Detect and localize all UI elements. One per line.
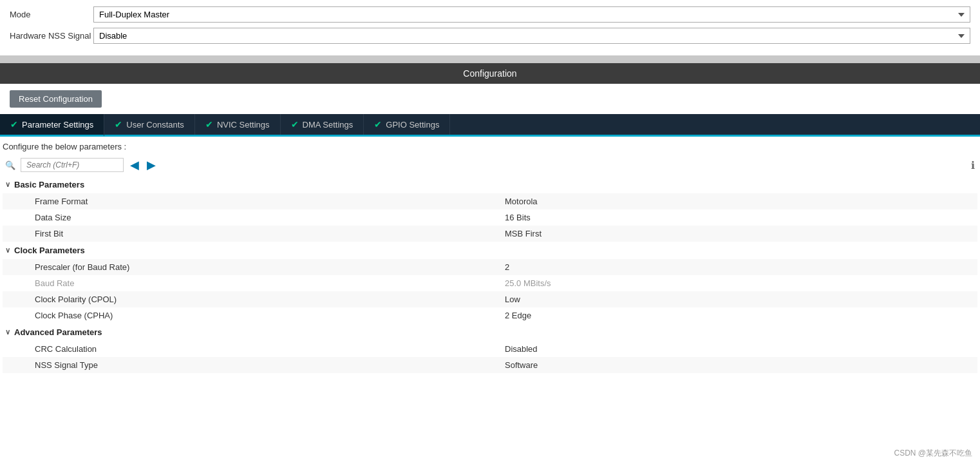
- search-input[interactable]: [21, 158, 124, 172]
- chevron-advanced-parameters: ∨: [5, 328, 10, 336]
- param-name-prescaler: Prescaler (for Baud Rate): [35, 262, 505, 272]
- prev-nav-button[interactable]: ◀: [129, 159, 140, 171]
- hardware-nss-label: Hardware NSS Signal: [10, 31, 93, 41]
- tab-gpio-settings[interactable]: ✔ GPIO Settings: [364, 114, 450, 135]
- param-row-baud-rate: Baud Rate 25.0 MBits/s: [3, 275, 977, 291]
- param-row-crc-calculation: CRC Calculation Disabled: [3, 341, 977, 357]
- param-value-nss-signal-type: Software: [505, 360, 975, 370]
- group-name-advanced-parameters: Advanced Parameters: [14, 327, 102, 337]
- tab-parameter-settings[interactable]: ✔ Parameter Settings: [0, 114, 104, 137]
- param-name-first-bit: First Bit: [35, 229, 505, 238]
- tab-label-gpio-settings: GPIO Settings: [386, 120, 439, 130]
- param-row-frame-format: Frame Format Motorola: [3, 193, 977, 209]
- param-row-clock-phase: Clock Phase (CPHA) 2 Edge: [3, 307, 977, 324]
- config-header: Configuration: [0, 63, 980, 84]
- group-header-basic-parameters[interactable]: ∨ Basic Parameters: [3, 176, 977, 193]
- param-name-clock-polarity: Clock Polarity (CPOL): [35, 295, 505, 304]
- param-row-data-size: Data Size 16 Bits: [3, 209, 977, 226]
- mode-row: Mode Full-Duplex Master Half-Duplex Mast…: [10, 6, 970, 23]
- param-value-clock-polarity: Low: [505, 295, 975, 304]
- tab-label-nvic-settings: NVIC Settings: [217, 120, 270, 130]
- param-value-data-size: 16 Bits: [505, 213, 975, 222]
- group-name-basic-parameters: Basic Parameters: [14, 180, 84, 189]
- tab-check-dma-settings: ✔: [291, 119, 299, 130]
- gray-spacer: [0, 55, 980, 63]
- info-icon: ℹ: [971, 159, 975, 171]
- param-row-first-bit: First Bit MSB First: [3, 226, 977, 242]
- param-value-clock-phase: 2 Edge: [505, 311, 975, 320]
- param-value-first-bit: MSB First: [505, 229, 975, 238]
- param-name-frame-format: Frame Format: [35, 197, 505, 206]
- reset-area: Reset Configuration: [0, 84, 980, 114]
- param-value-prescaler: 2: [505, 262, 975, 272]
- param-name-nss-signal-type: NSS Signal Type: [35, 360, 505, 370]
- search-icon: 🔍: [5, 160, 15, 170]
- param-value-baud-rate: 25.0 MBits/s: [505, 278, 975, 288]
- hardware-nss-select[interactable]: Disable Input Output: [93, 28, 970, 44]
- mode-section: Mode Full-Duplex Master Half-Duplex Mast…: [0, 0, 980, 55]
- tab-dma-settings[interactable]: ✔ DMA Settings: [281, 114, 364, 135]
- tab-user-constants[interactable]: ✔ User Constants: [104, 114, 195, 135]
- param-name-crc-calculation: CRC Calculation: [35, 344, 505, 354]
- group-header-advanced-parameters[interactable]: ∨ Advanced Parameters: [3, 324, 977, 341]
- tab-nvic-settings[interactable]: ✔ NVIC Settings: [195, 114, 281, 135]
- param-name-data-size: Data Size: [35, 213, 505, 222]
- param-row-nss-signal-type: NSS Signal Type Software: [3, 357, 977, 373]
- param-name-clock-phase: Clock Phase (CPHA): [35, 311, 505, 320]
- hardware-nss-row: Hardware NSS Signal Disable Input Output: [10, 28, 970, 44]
- params-area: ∨ Basic Parameters Frame Format Motorola…: [0, 176, 980, 373]
- param-value-crc-calculation: Disabled: [505, 344, 975, 354]
- tab-check-user-constants: ✔: [115, 119, 122, 130]
- next-nav-button[interactable]: ▶: [146, 159, 157, 171]
- param-name-baud-rate: Baud Rate: [35, 278, 505, 288]
- chevron-basic-parameters: ∨: [5, 180, 10, 189]
- search-bar: 🔍 ◀ ▶ ℹ: [0, 154, 980, 176]
- mode-select[interactable]: Full-Duplex Master Half-Duplex Master Re…: [93, 6, 970, 23]
- param-row-prescaler: Prescaler (for Baud Rate) 2: [3, 259, 977, 275]
- tab-label-dma-settings: DMA Settings: [303, 120, 353, 130]
- tab-label-parameter-settings: Parameter Settings: [22, 120, 93, 130]
- tabs-bar: ✔ Parameter Settings ✔ User Constants ✔ …: [0, 114, 980, 137]
- reset-config-button[interactable]: Reset Configuration: [10, 90, 102, 108]
- param-row-clock-polarity: Clock Polarity (CPOL) Low: [3, 291, 977, 307]
- tab-check-gpio-settings: ✔: [374, 119, 382, 130]
- configure-text: Configure the below parameters :: [0, 137, 980, 154]
- group-header-clock-parameters[interactable]: ∨ Clock Parameters: [3, 242, 977, 259]
- tab-label-user-constants: User Constants: [126, 120, 184, 130]
- param-value-frame-format: Motorola: [505, 197, 975, 206]
- group-name-clock-parameters: Clock Parameters: [14, 246, 85, 255]
- mode-label: Mode: [10, 10, 93, 19]
- chevron-clock-parameters: ∨: [5, 246, 10, 255]
- tab-check-parameter-settings: ✔: [10, 119, 18, 130]
- tab-check-nvic-settings: ✔: [205, 119, 213, 130]
